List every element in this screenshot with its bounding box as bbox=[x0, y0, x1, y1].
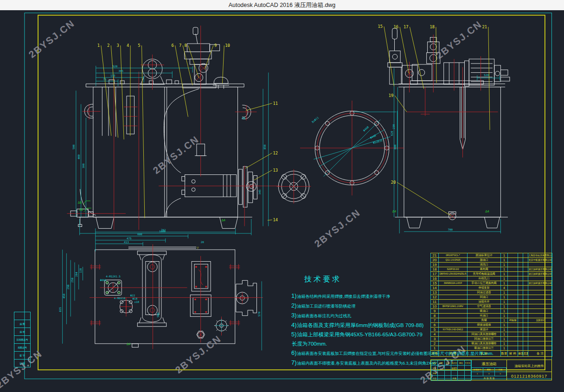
dimension-label: Φ520JS bbox=[372, 139, 383, 145]
border-side-table-cell: 日 期 bbox=[14, 360, 31, 367]
leader-number: 10 bbox=[225, 43, 230, 48]
leader-number: 6 bbox=[171, 43, 173, 48]
bom-row: 19清洗口1 bbox=[431, 263, 552, 267]
weld-symbol: Δ4 bbox=[221, 218, 225, 222]
bom-row: 17DBF543-L5N/3024NZ5L/5先导式电磁溢流阀1浙江油研液压有限… bbox=[431, 272, 552, 276]
leader-number: 11 bbox=[273, 101, 278, 106]
leader-number: 19 bbox=[389, 93, 394, 98]
dimension-label: Φ22 bbox=[130, 294, 135, 297]
title-block-signature-grid: 标记处数分区更改文件号签名年月日设计标准化审核工艺批准 bbox=[431, 360, 472, 380]
small-flange-view bbox=[276, 169, 311, 204]
dimension-label: x18 bbox=[135, 301, 140, 303]
leader-number: 5 bbox=[138, 43, 140, 48]
border-side-table-cell bbox=[14, 312, 31, 320]
leader-number: 16 bbox=[394, 25, 399, 29]
dimension-label: 300 bbox=[82, 163, 85, 168]
leader-number: 2 bbox=[107, 43, 109, 48]
bom-row: 8出油口1 bbox=[431, 314, 552, 318]
bom-row: 13回油过滤器1 bbox=[431, 290, 552, 295]
part-name: 油箱泵站装上的固件 bbox=[507, 360, 551, 372]
bom-row: 20Q11-1.6-DN15放油口1北京中航液压有限公司 bbox=[431, 258, 552, 263]
dimension-label: 850 bbox=[263, 144, 266, 149]
border-side-table: 描 图描 校旧底图总号底图总号签 字日 期 bbox=[14, 312, 31, 367]
dimension-label: Φ440 bbox=[370, 134, 377, 140]
dimension-label: 570 bbox=[258, 311, 261, 316]
bom-header-row: 序号代 号名 称数量材 料单重总重备 注 bbox=[431, 351, 552, 357]
dimension-label: 298 bbox=[67, 284, 70, 289]
leader-number: 3 bbox=[117, 43, 119, 48]
sheet-count: 共 张 第 张 bbox=[472, 376, 506, 380]
flange-view bbox=[300, 101, 404, 196]
border-side-table-cell: 底图总号 bbox=[14, 344, 31, 352]
dimension-label: 620 bbox=[391, 131, 393, 136]
dimension-label: 75 bbox=[103, 78, 107, 81]
dimension-label: 600 bbox=[137, 233, 142, 236]
top-view bbox=[63, 228, 263, 350]
drawing-name: 液压油箱 bbox=[472, 360, 506, 368]
weld-symbol: Δ6 bbox=[79, 208, 83, 211]
leader-number: 14 bbox=[273, 218, 278, 222]
bom-row: 5NYTKB-2-60-DM12液温计1 bbox=[431, 328, 552, 332]
bom-row: 7角钢145角钢见附录2 bbox=[431, 318, 552, 323]
cad-drawing-canvas[interactable]: 1234567891011121314151617182119205203051… bbox=[0, 10, 564, 392]
dimension-label: 520 bbox=[113, 65, 118, 68]
title-block-right: 油箱泵站装上的固件 0121218360917 bbox=[507, 360, 551, 380]
bom-row: 10BFPSF10W1.1X/RV空气滤清器1 bbox=[431, 304, 552, 309]
bom-row: 4回油口及其连接螺栓1 bbox=[431, 332, 552, 337]
dimension-label: Φ18 bbox=[133, 297, 138, 300]
title-block-center: 液压油箱 阶段标记重量比例 131: 共 张 第 张 bbox=[472, 360, 507, 380]
leader-number: 4 bbox=[127, 43, 129, 48]
title-block: 标记处数分区更改文件号签名年月日设计标准化审核工艺批准 液压油箱 阶段标记重量比… bbox=[430, 360, 552, 380]
dimension-label: 135 bbox=[110, 74, 115, 77]
autocad-window: { "titlebar": { "title": "Autodesk AutoC… bbox=[0, 0, 564, 392]
weld-symbol: Δ4 bbox=[127, 342, 131, 346]
part-number: 0121218360917 bbox=[507, 372, 551, 380]
dimension-label: 8xΦ11 bbox=[311, 116, 320, 123]
window-titlebar[interactable]: Autodesk AutoCAD 2016 液压用油箱.dwg bbox=[0, 0, 564, 10]
dimension-label: 258 bbox=[71, 277, 74, 283]
dimension-label: 128 bbox=[79, 268, 82, 273]
weld-symbol: Δ6 bbox=[78, 201, 82, 204]
leader-number: 21 bbox=[482, 25, 487, 29]
bom-row: 16出线孔口1 bbox=[431, 276, 552, 281]
border-side-table-cell: 签 字 bbox=[14, 352, 31, 360]
leader-number: 8 bbox=[185, 43, 187, 48]
window-title: Autodesk AutoCAD 2016 液压用油箱.dwg bbox=[229, 1, 336, 9]
dimension-label: 20 bbox=[201, 241, 205, 244]
bom-table: 210R100*GCL-*圆油标液位计1上海自动化仪表有限公司20Q11-1.6… bbox=[430, 253, 552, 357]
dimension-label: 835 bbox=[59, 307, 62, 312]
dimension-label: 4-M6X10 bbox=[114, 297, 126, 300]
dimension-label: 500 bbox=[72, 144, 75, 149]
leader-number: 17 bbox=[404, 25, 409, 29]
bom-row: 210R100*GCL-*圆油标液位计1上海自动化仪表有限公司 bbox=[431, 253, 552, 258]
dimension-label: 230 bbox=[392, 124, 395, 129]
surface-symbol: ▽ bbox=[197, 246, 199, 249]
bom-row: 153WMM10A-L4X/F手动二位三通换向阀1浙江油研液压有限公司 bbox=[431, 281, 552, 286]
dimension-label: 204 bbox=[75, 272, 78, 277]
dimension-label: 702 bbox=[161, 229, 166, 231]
leader-number: 20 bbox=[391, 180, 396, 185]
leader-number: 9 bbox=[214, 43, 217, 48]
dimension-label: 800 bbox=[394, 144, 397, 149]
bom-row: 9吸油口1 bbox=[431, 309, 552, 314]
bom-row: 3回油口连接法兰1 bbox=[431, 337, 552, 341]
bom-row: 1吸油口连接法兰1 bbox=[431, 346, 552, 351]
dimension-label: 400 bbox=[77, 154, 80, 159]
weld-symbol: Δ4 bbox=[392, 210, 397, 213]
bom-row: 12回油口1 bbox=[431, 295, 552, 300]
leader-number: 1 bbox=[97, 43, 100, 48]
dimension-label: Φ60A bbox=[100, 279, 107, 282]
dimension-label: 4-M12X1.5 bbox=[106, 275, 121, 278]
front-view bbox=[67, 26, 280, 235]
border-side-table-cell: 描 图 bbox=[14, 320, 31, 328]
dimension-label: Φ460 bbox=[363, 126, 370, 132]
leader-number: 13 bbox=[273, 168, 278, 173]
dimension-label: 450 bbox=[63, 293, 65, 298]
dimension-label: 305 bbox=[118, 70, 123, 72]
border-side-table-cell: 旧底图总号 bbox=[14, 336, 31, 344]
border-side-table-cell: 描 校 bbox=[14, 328, 31, 336]
leader-number: 18 bbox=[429, 25, 435, 29]
dimension-label: 475 bbox=[127, 237, 132, 240]
dimension-label: 520 bbox=[484, 74, 489, 77]
bom-row: 18S20P20.0/2单向阀1浙江油研液压有限公司 bbox=[431, 267, 552, 272]
